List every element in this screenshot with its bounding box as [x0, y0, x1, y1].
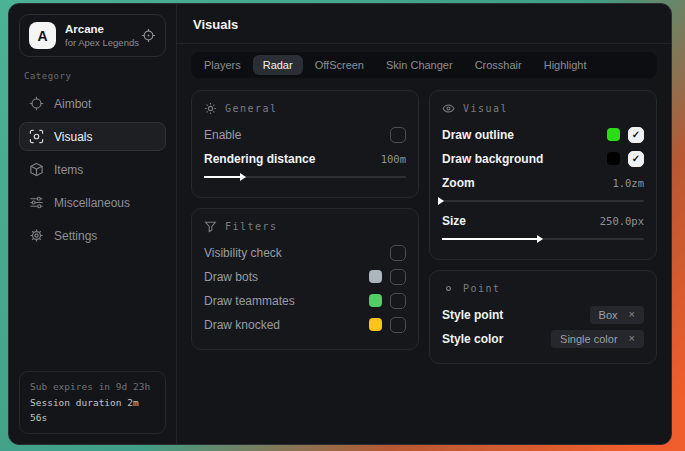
rendering-distance-row: Rendering distance 100m — [204, 148, 406, 169]
tab-bar: Players Radar OffScreen Skin Changer Cro… — [191, 52, 657, 78]
enable-label: Enable — [204, 128, 241, 142]
draw-teammates-row: Draw teammates ✓ — [204, 290, 406, 311]
sidebar-item-miscellaneous[interactable]: Miscellaneous — [19, 188, 166, 217]
sun-gear-icon — [204, 102, 217, 115]
clear-icon[interactable]: × — [629, 309, 635, 320]
sidebar-item-label: Items — [54, 163, 83, 177]
gear-icon — [29, 228, 44, 243]
style-color-select[interactable]: Single color × — [551, 330, 644, 348]
sidebar-item-label: Miscellaneous — [54, 196, 130, 210]
draw-knocked-color-swatch[interactable] — [369, 318, 382, 331]
draw-teammates-label: Draw teammates — [204, 294, 295, 308]
style-point-row: Style point Box × — [442, 304, 644, 325]
tab-crosshair[interactable]: Crosshair — [465, 55, 532, 75]
eye-icon — [442, 102, 455, 115]
visual-card: Visual Draw outline ✓ Draw background — [429, 90, 657, 260]
sidebar-nav: Aimbot Visuals Items — [19, 89, 166, 250]
sidebar-item-label: Aimbot — [54, 97, 91, 111]
sub-expires-text: Sub expires in 9d 23h — [30, 379, 155, 395]
visibility-check-label: Visibility check — [204, 246, 282, 260]
draw-outline-label: Draw outline — [442, 128, 514, 142]
app-subtitle: for Apex Legends — [65, 37, 132, 49]
section-title: Filters — [225, 221, 278, 232]
app-name: Arcane — [65, 22, 132, 36]
desktop-background: { "colors": { "accent_outline_green": "#… — [0, 0, 685, 451]
box-icon — [29, 162, 44, 177]
section-title: Visual — [463, 103, 508, 114]
draw-teammates-checkbox[interactable]: ✓ — [390, 293, 406, 309]
sidebar-item-items[interactable]: Items — [19, 155, 166, 184]
tab-players[interactable]: Players — [194, 55, 251, 75]
slider-fill — [204, 176, 244, 178]
app-title-block: Arcane for Apex Legends — [65, 22, 132, 48]
draw-outline-checkbox[interactable]: ✓ — [628, 127, 644, 143]
style-color-row: Style color Single color × — [442, 328, 644, 349]
sidebar-item-visuals[interactable]: Visuals — [19, 122, 166, 151]
enable-checkbox[interactable]: ✓ — [390, 127, 406, 143]
draw-background-row: Draw background ✓ — [442, 148, 644, 169]
sidebar: A Arcane for Apex Legends Category — [9, 4, 177, 444]
slider-fill — [442, 238, 541, 240]
point-card-header: Point — [442, 282, 644, 295]
slider-thumb[interactable] — [240, 173, 246, 181]
sliders-icon — [29, 195, 44, 210]
draw-background-checkbox[interactable]: ✓ — [628, 151, 644, 167]
size-label: Size — [442, 214, 466, 228]
sidebar-item-settings[interactable]: Settings — [19, 221, 166, 250]
clear-icon[interactable]: × — [629, 333, 635, 344]
rendering-distance-label: Rendering distance — [204, 152, 315, 166]
slider-thumb[interactable] — [438, 197, 444, 205]
zoom-label: Zoom — [442, 176, 475, 190]
draw-bots-color-swatch[interactable] — [369, 270, 382, 283]
slider-track — [442, 200, 644, 202]
draw-bots-checkbox[interactable]: ✓ — [390, 269, 406, 285]
size-slider[interactable] — [442, 234, 644, 243]
main-panel: Visuals Players Radar OffScreen Skin Cha… — [177, 4, 671, 444]
check-icon: ✓ — [632, 154, 640, 164]
general-card-header: General — [204, 102, 406, 115]
target-icon[interactable] — [141, 28, 156, 43]
draw-teammates-color-swatch[interactable] — [369, 294, 382, 307]
crosshair-icon — [29, 96, 44, 111]
draw-outline-row: Draw outline ✓ — [442, 124, 644, 145]
draw-background-color-swatch[interactable] — [607, 152, 620, 165]
draw-knocked-label: Draw knocked — [204, 318, 280, 332]
visual-card-header: Visual — [442, 102, 644, 115]
tab-radar[interactable]: Radar — [253, 55, 303, 75]
subscription-info-card: Sub expires in 9d 23h Session duration 2… — [19, 371, 166, 434]
sidebar-item-label: Visuals — [54, 130, 92, 144]
tab-offscreen[interactable]: OffScreen — [305, 55, 374, 75]
rendering-distance-value: 100m — [381, 153, 406, 165]
section-title: Point — [463, 283, 501, 294]
app-logo: A — [29, 22, 56, 49]
size-row: Size 250.0px — [442, 210, 644, 231]
app-window: A Arcane for Apex Legends Category — [8, 3, 672, 445]
style-point-select[interactable]: Box × — [590, 306, 644, 324]
style-color-selected-value: Single color — [560, 333, 617, 345]
visibility-check-checkbox[interactable]: ✓ — [390, 245, 406, 261]
tab-highlight[interactable]: Highlight — [534, 55, 597, 75]
slider-thumb[interactable] — [537, 235, 543, 243]
tab-skin-changer[interactable]: Skin Changer — [376, 55, 463, 75]
draw-background-label: Draw background — [442, 152, 543, 166]
sidebar-item-aimbot[interactable]: Aimbot — [19, 89, 166, 118]
filters-card-header: Filters — [204, 220, 406, 233]
draw-knocked-checkbox[interactable]: ✓ — [390, 317, 406, 333]
zoom-slider[interactable] — [442, 196, 644, 205]
page-title: Visuals — [193, 17, 655, 32]
sidebar-item-label: Settings — [54, 229, 97, 243]
eye-scan-icon — [29, 129, 44, 144]
check-icon: ✓ — [632, 130, 640, 140]
category-label: Category — [24, 71, 161, 81]
session-duration-text: Session duration 2m 56s — [30, 395, 155, 426]
left-column: General Enable ✓ Rendering distance — [191, 90, 419, 350]
draw-outline-color-swatch[interactable] — [607, 128, 620, 141]
filters-card: Filters Visibility check ✓ Draw bots — [191, 208, 419, 350]
size-value: 250.0px — [600, 215, 644, 227]
point-dot-icon — [442, 282, 455, 295]
draw-bots-label: Draw bots — [204, 270, 258, 284]
main-header: Visuals — [177, 4, 671, 44]
funnel-icon — [204, 220, 217, 233]
zoom-row: Zoom 1.0zm — [442, 172, 644, 193]
rendering-distance-slider[interactable] — [204, 172, 406, 181]
